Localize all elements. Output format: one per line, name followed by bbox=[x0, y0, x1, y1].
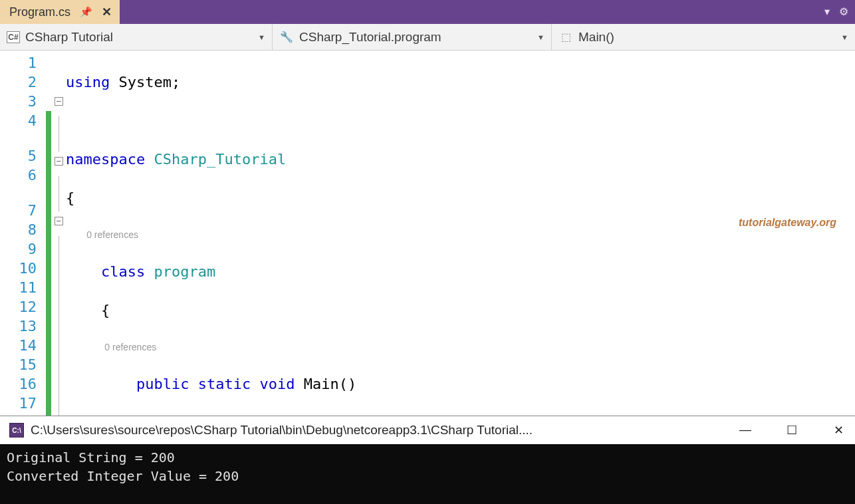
fold-toggle[interactable]: − bbox=[55, 97, 63, 106]
nav-member-label: Main() bbox=[578, 30, 614, 45]
codelens-class[interactable]: 0 references bbox=[86, 229, 138, 240]
watermark: tutorialgateway.org bbox=[739, 217, 836, 229]
fold-toggle[interactable]: − bbox=[55, 157, 63, 166]
gear-icon[interactable]: ⚙ bbox=[839, 5, 848, 18]
csharp-icon: C# bbox=[7, 31, 20, 43]
nav-bar: C# CSharp Tutorial ▼ 🔧 CSharp_Tutorial.p… bbox=[0, 24, 855, 51]
chevron-down-icon: ▼ bbox=[841, 33, 848, 41]
tab-bar: Program.cs 📌 ✕ ▾ ⚙ bbox=[0, 0, 855, 24]
console-window: C:\ C:\Users\sures\source\repos\CSharp T… bbox=[0, 416, 855, 504]
modification-gutter bbox=[46, 51, 51, 416]
code-editor[interactable]: tutorialgateway.org 1 2 3 4 5 6 7 8 9 10… bbox=[0, 51, 855, 416]
chevron-down-icon: ▼ bbox=[537, 33, 545, 41]
tab-bar-right: ▾ ⚙ bbox=[824, 5, 848, 18]
chevron-down-icon: ▼ bbox=[258, 33, 265, 41]
file-tab[interactable]: Program.cs 📌 ✕ bbox=[0, 0, 120, 24]
method-icon: ⬚ bbox=[558, 30, 573, 45]
console-title-text: C:\Users\sures\source\repos\CSharp Tutor… bbox=[31, 423, 533, 438]
class-icon: 🔧 bbox=[279, 30, 294, 45]
nav-class-label: CSharp_Tutorial.program bbox=[299, 30, 441, 45]
close-button[interactable]: ✕ bbox=[828, 423, 848, 438]
console-output[interactable]: Original String = 200Converted Integer V… bbox=[0, 444, 855, 504]
pin-icon[interactable]: 📌 bbox=[80, 6, 92, 18]
nav-class-dropdown[interactable]: 🔧 CSharp_Tutorial.program ▼ bbox=[273, 24, 552, 51]
tab-title: Program.cs bbox=[9, 5, 70, 19]
fold-gutter: − − − bbox=[51, 51, 66, 416]
codelens-method[interactable]: 0 references bbox=[104, 342, 156, 352]
code-content[interactable]: using System; namespace CSharp_Tutorial … bbox=[66, 51, 855, 416]
minimize-button[interactable]: — bbox=[735, 423, 755, 438]
maximize-button[interactable]: ☐ bbox=[782, 423, 802, 438]
window-menu-icon[interactable]: ▾ bbox=[824, 5, 830, 18]
nav-project-dropdown[interactable]: C# CSharp Tutorial ▼ bbox=[0, 24, 273, 51]
nav-project-label: CSharp Tutorial bbox=[25, 30, 113, 45]
nav-member-dropdown[interactable]: ⬚ Main() ▼ bbox=[552, 24, 855, 51]
console-titlebar[interactable]: C:\ C:\Users\sures\source\repos\CSharp T… bbox=[0, 416, 855, 444]
fold-toggle[interactable]: − bbox=[55, 217, 63, 225]
console-icon: C:\ bbox=[9, 423, 24, 438]
line-number-gutter: 1 2 3 4 5 6 7 8 9 10 11 12 13 14 15 16 1… bbox=[0, 51, 43, 416]
close-icon[interactable]: ✕ bbox=[102, 5, 112, 19]
window-controls: — ☐ ✕ bbox=[735, 423, 848, 438]
